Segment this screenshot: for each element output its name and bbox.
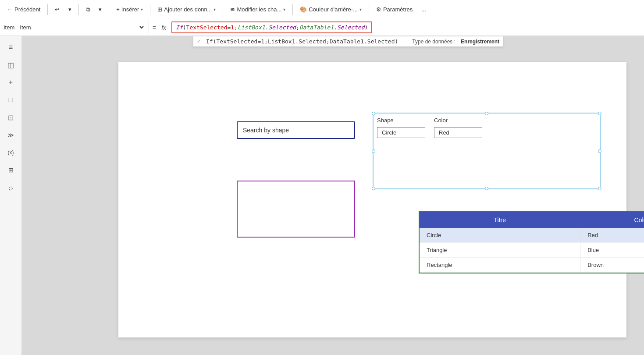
table-cell-title: Rectangle	[420, 258, 580, 273]
search-text: Search by shape	[243, 127, 289, 134]
separator-5	[223, 4, 223, 15]
component-icon[interactable]: □	[3, 92, 19, 108]
add-data-button[interactable]: ⊞ Ajouter des donn... ▾	[154, 4, 219, 14]
arrows-icon[interactable]: ≫	[3, 127, 19, 143]
table-cell-color: Red	[580, 228, 644, 243]
background-label: Couleur d'arrière-...	[309, 6, 358, 13]
separator-3	[109, 4, 109, 15]
separator-7	[369, 4, 369, 15]
chevron-down-icon: ▾	[68, 6, 71, 13]
sidebar: ≡ ◫ + □ ⊡ ≫ (x) ⊞ ⌕	[0, 36, 22, 355]
modify-icon: ≋	[230, 6, 235, 13]
search-box[interactable]: Search by shape	[237, 121, 355, 139]
data-table-container: Titre Color CircleRedTriangleBlueRectang…	[419, 211, 644, 273]
more-button[interactable]: ...	[418, 4, 430, 14]
more-label: ...	[421, 6, 426, 13]
shape-column: Shape Circle	[377, 117, 425, 138]
handle-middle-right[interactable]	[598, 149, 601, 153]
insert-label: Insérer	[121, 6, 139, 13]
fx-label: fx	[160, 24, 168, 31]
color-value: Red	[434, 127, 482, 138]
formula-property: Item Item	[0, 19, 149, 36]
list-box[interactable]	[237, 181, 355, 238]
separator-1	[47, 4, 48, 15]
formula-autocomplete: ✓ If(TextSelected=1;ListBox1.Selected;Da…	[193, 36, 503, 47]
toolbar: ← Précédent ↩ ▾ ⧉ ▾ + Insérer ▾ ⊞ Ajoute…	[0, 0, 644, 19]
table-row[interactable]: RectangleBrown	[420, 258, 644, 273]
canvas: Search by shape Shape Circle	[118, 62, 626, 337]
modify-arrow: ▾	[283, 7, 285, 12]
plus-icon: +	[116, 6, 120, 13]
background-button[interactable]: 🎨 Couleur d'arrière-... ▾	[296, 4, 365, 14]
shape-value: Circle	[377, 127, 425, 138]
separator-2	[78, 4, 79, 15]
insert-arrow: ▾	[141, 7, 143, 12]
gear-icon: ⚙	[376, 6, 381, 13]
settings-button[interactable]: ⚙ Paramètres	[373, 4, 416, 14]
table-cell-color: Blue	[580, 243, 644, 258]
separator-4	[150, 4, 150, 15]
add-data-arrow: ▾	[213, 7, 216, 12]
record-columns: Shape Circle Color Red	[374, 114, 600, 142]
handle-top-middle[interactable]	[485, 112, 488, 115]
settings-label: Paramètres	[383, 6, 413, 13]
canvas-area: Search by shape Shape Circle	[22, 36, 644, 355]
autocomplete-formula: If(TextSelected=1;ListBox1.Selected;Data…	[206, 38, 398, 45]
table-cell-title: Circle	[420, 228, 580, 243]
back-arrow-icon: ←	[7, 6, 13, 13]
table-row[interactable]: TriangleBlue	[420, 243, 644, 258]
copy-icon: ⧉	[86, 6, 90, 13]
formula-input[interactable]: If(TextSelected=1;ListBox1.Selected;Data…	[171, 21, 372, 33]
handle-middle-left[interactable]	[372, 149, 375, 153]
col-titre-header: Titre	[420, 212, 580, 228]
type-label: Type de données :	[412, 39, 455, 45]
modify-button[interactable]: ≋ Modifier les cha... ▾	[227, 4, 289, 14]
handle-top-left[interactable]	[372, 112, 375, 115]
type-value: Enregistrement	[461, 39, 499, 45]
color-column: Color Red	[434, 117, 482, 138]
data-table: Titre Color CircleRedTriangleBlueRectang…	[420, 212, 644, 273]
handle-bottom-left[interactable]	[372, 187, 375, 190]
table-cell-title: Triangle	[420, 243, 580, 258]
undo-icon: ↩	[55, 6, 60, 13]
insert-button[interactable]: + Insérer ▾	[113, 4, 146, 14]
property-dropdown[interactable]: Item	[18, 24, 145, 31]
hamburger-icon[interactable]: ≡	[3, 39, 19, 55]
back-label: Précédent	[14, 6, 40, 13]
shape-label: Shape	[377, 117, 425, 124]
col-color-header: Color	[580, 212, 644, 228]
formula-bar: Item Item = fx If(TextSelected=1;ListBox…	[0, 19, 644, 36]
table-row[interactable]: CircleRed	[420, 228, 644, 243]
undo-button[interactable]: ↩	[51, 4, 63, 14]
chevron-down-icon-2: ▾	[99, 6, 102, 13]
background-arrow: ▾	[359, 7, 362, 12]
copy-button[interactable]: ⧉	[82, 4, 93, 15]
property-name: Item	[4, 24, 14, 31]
separator-6	[292, 4, 293, 15]
undo-dropdown[interactable]: ▾	[65, 4, 75, 14]
color-label: Color	[434, 117, 482, 124]
layers-icon[interactable]: ◫	[3, 57, 19, 73]
record-display: Shape Circle Color Red	[373, 113, 601, 189]
screen-icon[interactable]: ⊡	[3, 110, 19, 125]
background-icon: 🎨	[300, 6, 307, 13]
handle-top-right[interactable]	[598, 112, 601, 115]
add-icon[interactable]: +	[3, 75, 19, 90]
copy-dropdown[interactable]: ▾	[95, 4, 105, 14]
search-icon[interactable]: ⌕	[3, 180, 19, 195]
check-icon: ✓	[197, 39, 201, 44]
modify-label: Modifier les cha...	[237, 6, 281, 13]
handle-bottom-middle[interactable]	[485, 187, 488, 190]
main-area: ≡ ◫ + □ ⊡ ≫ (x) ⊞ ⌕ Search by shape	[0, 36, 644, 355]
data-icon[interactable]: ⊞	[3, 162, 19, 178]
table-cell-color: Brown	[580, 258, 644, 273]
add-data-icon: ⊞	[157, 6, 162, 13]
back-button[interactable]: ← Précédent	[4, 4, 44, 14]
add-data-label: Ajouter des donn...	[164, 6, 212, 13]
handle-bottom-right[interactable]	[598, 187, 601, 190]
variables-icon[interactable]: (x)	[3, 145, 19, 160]
equals-sign: =	[149, 24, 160, 31]
